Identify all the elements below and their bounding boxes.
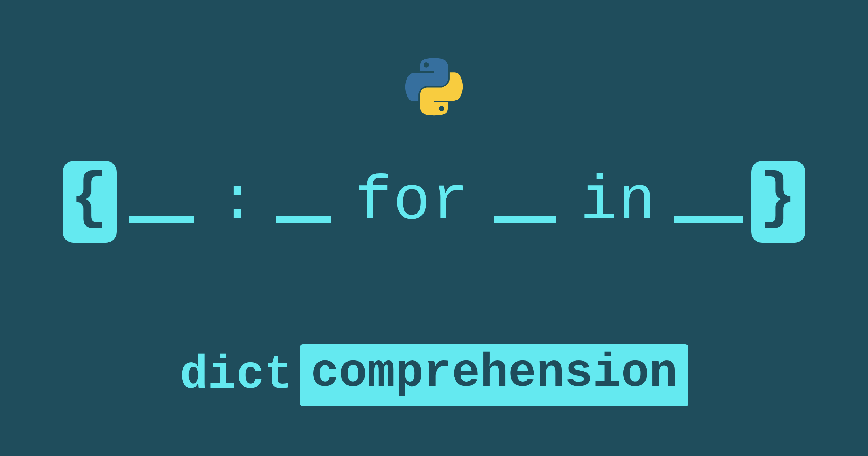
blank-iterable — [674, 216, 743, 223]
title-label: dict comprehension — [180, 344, 688, 406]
label-prefix: dict — [180, 352, 300, 399]
blank-var — [494, 216, 556, 223]
in-keyword: in — [568, 171, 669, 233]
python-logo-icon — [405, 58, 463, 118]
close-brace: } — [751, 161, 805, 243]
syntax-template: { : for in } — [63, 161, 805, 243]
canvas: { : for in } dict comprehension — [0, 0, 868, 456]
blank-key — [129, 216, 194, 223]
open-brace: { — [63, 161, 116, 243]
colon: : — [207, 171, 269, 233]
label-highlight: comprehension — [300, 344, 688, 406]
blank-value — [276, 216, 331, 223]
for-keyword: for — [343, 171, 482, 233]
